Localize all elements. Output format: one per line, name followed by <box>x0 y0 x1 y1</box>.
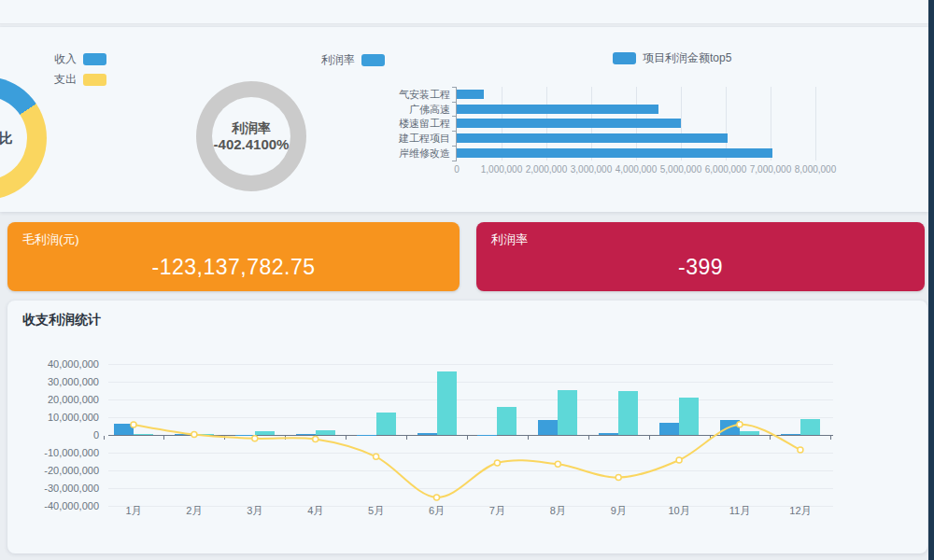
legend-item-expense[interactable]: 支出 <box>54 72 106 88</box>
profit-line-point <box>131 422 136 427</box>
profit-line-point <box>374 454 379 459</box>
donut-center-label: 收支占比 <box>0 130 41 147</box>
top5-bar <box>457 90 484 99</box>
top5-category-label: 建工程项目 <box>390 132 450 144</box>
income-swatch <box>83 53 106 65</box>
top5-x-tick-label: 8,000,000 <box>783 164 848 175</box>
top5-bar <box>457 133 728 143</box>
kpi-gross-profit-title: 毛利润(元) <box>22 231 460 248</box>
top5-axis-tick <box>452 102 456 103</box>
profit-line-point <box>313 437 318 442</box>
profit-line-svg <box>7 301 927 553</box>
profit-line-point <box>555 461 560 467</box>
gauge-value: -402.4100% <box>212 136 290 153</box>
top5-category-label: 楼速留工程 <box>390 117 450 129</box>
profit-line-point <box>798 447 803 453</box>
profit-rate-legend: 利润率 <box>321 52 385 73</box>
gauge-title: 利润率 <box>212 120 290 136</box>
profit-line-point <box>676 457 682 463</box>
income-expense-legend: 收入 支出 <box>54 51 106 92</box>
legend-top5-label: 项目利润金额top5 <box>643 50 731 66</box>
profit-line-point <box>434 495 440 500</box>
top5-axis-tick <box>452 87 456 88</box>
profit-line <box>134 425 800 497</box>
top5-bar <box>457 105 658 114</box>
top5-category-label: 广佛高速 <box>390 103 450 115</box>
expense-swatch <box>83 74 106 86</box>
top5-swatch <box>613 52 636 64</box>
profit-line-point <box>191 432 197 438</box>
profit-line-point <box>616 475 621 481</box>
kpi-gross-profit-card: 毛利润(元) -123,137,782.75 <box>7 222 460 291</box>
kpi-profit-rate-card: 利润率 -399 <box>476 222 925 291</box>
legend-expense-label: 支出 <box>54 72 77 88</box>
monthly-chart-panel: 收支利润统计 40,000,00030,000,00020,000,00010,… <box>7 301 927 553</box>
profit-line-point <box>252 436 258 441</box>
profit-line-point <box>737 422 743 427</box>
kpi-gross-profit-value: -123,137,782.75 <box>7 255 460 280</box>
profit-rate-swatch <box>361 54 385 66</box>
top5-bar <box>457 119 681 128</box>
profit-line-point <box>494 460 500 466</box>
legend-item-profit-rate[interactable]: 利润率 <box>321 52 385 68</box>
top5-category-label: 气安装工程 <box>390 88 450 100</box>
legend-profit-rate-label: 利润率 <box>321 52 355 68</box>
top5-axis-tick <box>452 131 456 132</box>
top-strip <box>0 0 928 24</box>
top5-axis-tick <box>452 116 456 117</box>
top-charts-panel: 收入 支出 收支占比 利润率 利润率 -402.4100% <box>0 27 928 212</box>
top5-gridline <box>815 87 816 161</box>
top5-axis-tick <box>452 161 456 161</box>
right-edge-strip <box>928 0 934 560</box>
profit-rate-gauge-center: 利润率 -402.4100% <box>212 97 290 175</box>
dashboard: 收入 支出 收支占比 利润率 利润率 -402.4100% <box>0 0 934 560</box>
legend-income-label: 收入 <box>54 51 77 67</box>
legend-item-top5[interactable]: 项目利润金额top5 <box>613 50 731 66</box>
top5-axis-tick <box>452 146 456 147</box>
top5-legend: 项目利润金额top5 <box>613 50 731 71</box>
top5-bar <box>457 148 772 158</box>
legend-item-income[interactable]: 收入 <box>54 51 106 67</box>
kpi-profit-rate-title: 利润率 <box>491 231 925 248</box>
kpi-profit-rate-value: -399 <box>476 255 925 280</box>
top5-category-label: 岸维修改造 <box>390 147 450 159</box>
